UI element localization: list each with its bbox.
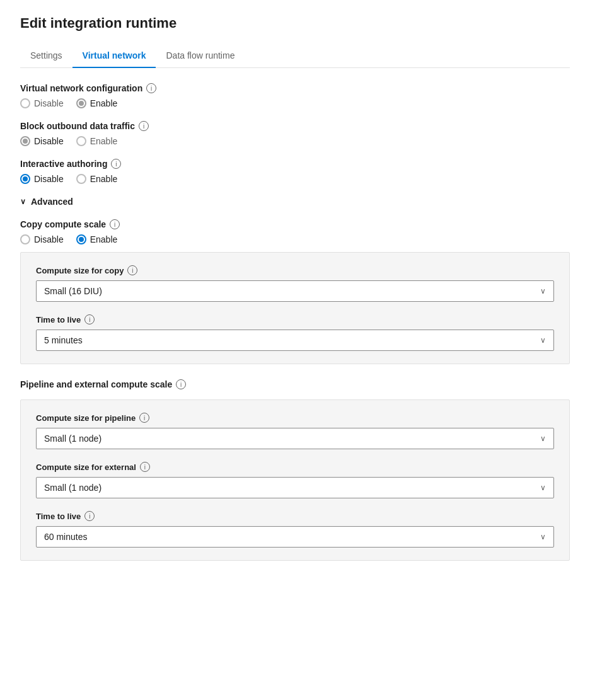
compute-size-pipeline-value: Small (1 node) [44,433,101,444]
pipeline-external-info-icon[interactable]: i [176,379,186,389]
virtual-network-config-enable-option[interactable]: Enable [76,98,118,108]
copy-compute-scale-disable-option[interactable]: Disable [20,234,64,244]
interactive-authoring-disable-option[interactable]: Disable [20,174,64,184]
compute-size-pipeline-dropdown[interactable]: Small (1 node) ∨ [36,428,554,449]
compute-size-copy-section: Compute size for copy i Small (16 DIU) ∨ [36,265,554,302]
time-to-live-pipeline-dropdown[interactable]: 60 minutes ∨ [36,526,554,548]
compute-size-copy-label: Compute size for copy i [36,265,554,275]
compute-size-pipeline-label: Compute size for pipeline i [36,413,554,423]
virtual-network-config-radio-group: Disable Enable [20,98,570,108]
copy-compute-scale-enable-radio[interactable] [76,234,86,244]
tab-bar: Settings Virtual network Data flow runti… [20,44,570,68]
interactive-authoring-section: Interactive authoring i Disable Enable [20,159,570,184]
block-outbound-radio-group: Disable Enable [20,136,570,146]
pipeline-external-label: Pipeline and external compute scale i [20,379,570,389]
time-to-live-copy-label: Time to live i [36,314,554,324]
time-to-live-copy-info-icon[interactable]: i [84,314,95,324]
interactive-authoring-label: Interactive authoring i [20,159,570,169]
compute-size-external-chevron-icon: ∨ [540,483,546,492]
virtual-network-config-enable-radio[interactable] [76,98,86,108]
compute-size-external-value: Small (1 node) [44,483,101,493]
advanced-label: Advanced [31,197,73,207]
interactive-authoring-disable-radio[interactable] [20,174,30,184]
block-outbound-disable-option[interactable]: Disable [20,136,64,146]
compute-size-copy-chevron-icon: ∨ [540,287,546,295]
advanced-chevron-icon: ∨ [20,197,26,206]
pipeline-external-section: Pipeline and external compute scale i Co… [20,379,570,561]
tab-virtual-network[interactable]: Virtual network [72,44,156,68]
copy-compute-scale-label: Copy compute scale i [20,219,570,229]
time-to-live-pipeline-info-icon[interactable]: i [84,511,95,521]
copy-compute-scale-radio-group: Disable Enable [20,234,570,244]
block-outbound-disable-radio[interactable] [20,136,30,146]
time-to-live-pipeline-label: Time to live i [36,511,554,521]
pipeline-external-panel: Compute size for pipeline i Small (1 nod… [20,399,570,561]
block-outbound-enable-radio[interactable] [76,136,86,146]
compute-size-external-section: Compute size for external i Small (1 nod… [36,462,554,498]
block-outbound-section: Block outbound data traffic i Disable En… [20,121,570,146]
interactive-authoring-info-icon[interactable]: i [111,159,121,169]
virtual-network-config-section: Virtual network configuration i Disable … [20,83,570,108]
copy-compute-scale-enable-option[interactable]: Enable [76,234,118,244]
copy-compute-scale-disable-radio[interactable] [20,234,30,244]
tab-data-flow-runtime[interactable]: Data flow runtime [156,44,245,68]
compute-size-copy-dropdown[interactable]: Small (16 DIU) ∨ [36,280,554,302]
interactive-authoring-enable-option[interactable]: Enable [76,174,118,184]
interactive-authoring-enable-radio[interactable] [76,174,86,184]
compute-size-pipeline-section: Compute size for pipeline i Small (1 nod… [36,413,554,449]
time-to-live-pipeline-value: 60 minutes [44,532,87,542]
time-to-live-pipeline-chevron-icon: ∨ [540,532,546,541]
compute-size-external-dropdown[interactable]: Small (1 node) ∨ [36,477,554,498]
time-to-live-copy-section: Time to live i 5 minutes ∨ [36,314,554,351]
copy-compute-scale-info-icon[interactable]: i [110,219,120,229]
page-title: Edit integration runtime [20,15,570,32]
time-to-live-copy-dropdown[interactable]: 5 minutes ∨ [36,330,554,351]
virtual-network-config-disable-radio[interactable] [20,98,30,108]
compute-size-pipeline-info-icon[interactable]: i [139,413,149,423]
virtual-network-config-disable-option[interactable]: Disable [20,98,64,108]
block-outbound-info-icon[interactable]: i [139,121,149,131]
tab-settings[interactable]: Settings [20,44,72,68]
block-outbound-label: Block outbound data traffic i [20,121,570,131]
time-to-live-copy-value: 5 minutes [44,335,83,345]
compute-size-external-info-icon[interactable]: i [140,462,150,472]
virtual-network-config-label: Virtual network configuration i [20,83,570,93]
block-outbound-enable-option[interactable]: Enable [76,136,118,146]
interactive-authoring-radio-group: Disable Enable [20,174,570,184]
copy-compute-scale-panel: Compute size for copy i Small (16 DIU) ∨… [20,252,570,364]
copy-compute-scale-section: Copy compute scale i Disable Enable Comp… [20,219,570,364]
compute-size-copy-info-icon[interactable]: i [127,265,137,275]
advanced-toggle[interactable]: ∨ Advanced [20,197,570,207]
time-to-live-copy-chevron-icon: ∨ [540,336,546,345]
time-to-live-pipeline-section: Time to live i 60 minutes ∨ [36,511,554,548]
compute-size-external-label: Compute size for external i [36,462,554,472]
compute-size-pipeline-chevron-icon: ∨ [540,434,546,443]
virtual-network-config-info-icon[interactable]: i [146,83,156,93]
compute-size-copy-value: Small (16 DIU) [44,286,102,296]
